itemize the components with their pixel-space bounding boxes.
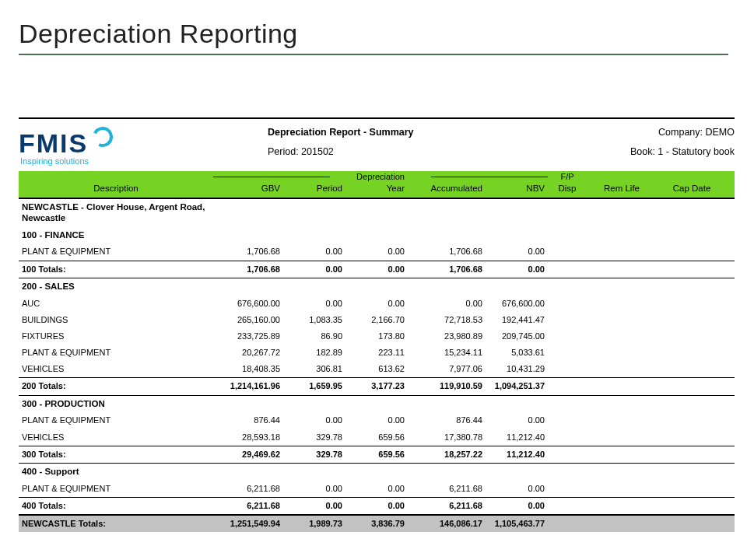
row-value: 0.00 xyxy=(345,243,408,260)
col-nbv: NBV xyxy=(486,184,548,194)
slide: Depreciation Reporting FMIS Inspiring so… xyxy=(0,0,747,560)
table-row: VEHICLES28,593.18329.78659.5617,380.7811… xyxy=(19,429,735,446)
table-row: AUC676,600.000.000.000.00676,600.00 xyxy=(19,296,735,312)
row-label: 400 Totals: xyxy=(19,498,213,514)
logo-text: FMIS xyxy=(19,128,88,159)
logo-tagline: Inspiring solutions xyxy=(20,156,268,166)
row-label: 200 Totals: xyxy=(19,378,213,394)
row-value: 146,086.17 xyxy=(408,516,486,532)
row-value: 209,745.00 xyxy=(486,328,548,345)
row-value xyxy=(408,396,486,413)
row-value: 17,380.78 xyxy=(408,429,486,446)
col-remlife: Rem Life xyxy=(587,184,657,194)
row-value: 173.80 xyxy=(345,328,408,345)
row-value: 6,211.68 xyxy=(213,481,283,497)
row-value xyxy=(657,446,727,463)
row-value xyxy=(657,361,727,377)
row-value xyxy=(345,199,408,227)
row-value xyxy=(587,227,657,244)
row-value xyxy=(587,378,657,394)
row-value xyxy=(548,412,587,429)
row-value: 0.00 xyxy=(283,296,345,312)
row-value: 0.00 xyxy=(345,261,408,278)
row-value: 329.78 xyxy=(283,429,345,446)
period-label: Period: 201502 xyxy=(268,146,334,158)
row-label: 100 - FINANCE xyxy=(19,227,213,244)
row-value xyxy=(587,345,657,361)
row-value: 0.00 xyxy=(486,412,548,429)
row-value: 11,212.40 xyxy=(486,429,548,446)
row-value xyxy=(587,361,657,377)
row-value xyxy=(587,296,657,312)
row-value xyxy=(213,464,283,481)
row-value xyxy=(657,481,727,497)
row-value xyxy=(657,396,727,413)
row-value: 18,257.22 xyxy=(408,446,486,463)
row-value xyxy=(548,243,587,260)
row-value: 676,600.00 xyxy=(486,296,548,312)
row-value xyxy=(657,378,727,394)
row-value xyxy=(657,412,727,429)
row-value: 1,659.95 xyxy=(283,378,345,394)
row-label: PLANT & EQUIPMENT xyxy=(19,243,213,260)
row-value xyxy=(213,199,283,227)
row-value xyxy=(408,278,486,296)
report-container: FMIS Inspiring solutions Depreciation Re… xyxy=(19,117,735,532)
row-value xyxy=(548,481,587,497)
row-value xyxy=(486,396,548,413)
row-value xyxy=(548,312,587,328)
row-value: 2,166.70 xyxy=(345,312,408,328)
row-label: 200 - SALES xyxy=(19,278,213,296)
report-title: Depreciation Report - Summary xyxy=(268,127,414,138)
row-value: 233,725.89 xyxy=(213,328,283,345)
row-value xyxy=(657,243,727,260)
row-value: 15,234.11 xyxy=(408,345,486,361)
company-label: Company: DEMO xyxy=(658,127,735,138)
row-value xyxy=(213,278,283,296)
row-value xyxy=(283,464,345,481)
row-value xyxy=(657,227,727,244)
col-fp: F/P xyxy=(548,172,587,182)
row-value xyxy=(587,464,657,481)
section-totals-row: 200 Totals:1,214,161.961,659.953,177.231… xyxy=(19,377,735,395)
row-value xyxy=(587,328,657,345)
row-value: 192,441.47 xyxy=(486,312,548,328)
row-value: 6,211.68 xyxy=(408,481,486,497)
row-value: 1,214,161.96 xyxy=(213,378,283,394)
row-value: 119,910.59 xyxy=(408,378,486,394)
row-value: 306.81 xyxy=(283,361,345,377)
row-value: 0.00 xyxy=(283,481,345,497)
row-value: 1,706.68 xyxy=(408,243,486,260)
row-value: 72,718.53 xyxy=(408,312,486,328)
table-row: FIXTURES233,725.8986.90173.8023,980.8920… xyxy=(19,328,735,345)
section-header-row: 300 - PRODUCTION xyxy=(19,396,735,413)
row-value: 676,600.00 xyxy=(213,296,283,312)
row-label: 300 - PRODUCTION xyxy=(19,396,213,413)
row-value xyxy=(587,446,657,463)
logo-ring-icon xyxy=(90,124,116,149)
row-value: 223.11 xyxy=(345,345,408,361)
row-value xyxy=(408,464,486,481)
row-value: 876.44 xyxy=(213,412,283,429)
row-value xyxy=(657,278,727,296)
row-value xyxy=(657,516,727,532)
col-year: Year xyxy=(345,184,408,194)
col-gbv: GBV xyxy=(213,184,283,194)
row-value: 28,593.18 xyxy=(213,429,283,446)
row-label: 300 Totals: xyxy=(19,446,213,463)
row-label: 400 - Support xyxy=(19,464,213,481)
row-value xyxy=(548,199,587,227)
row-value: 3,177.23 xyxy=(345,378,408,394)
row-value xyxy=(283,396,345,413)
row-value: 1,706.68 xyxy=(213,243,283,260)
row-value xyxy=(587,261,657,278)
col-accum: Accumulated xyxy=(408,184,486,194)
row-value xyxy=(345,396,408,413)
row-label: PLANT & EQUIPMENT xyxy=(19,345,213,361)
row-value: 10,431.29 xyxy=(486,361,548,377)
row-value xyxy=(587,312,657,328)
row-label: PLANT & EQUIPMENT xyxy=(19,481,213,497)
row-value xyxy=(548,345,587,361)
row-value xyxy=(587,199,657,227)
row-value: 329.78 xyxy=(283,446,345,463)
